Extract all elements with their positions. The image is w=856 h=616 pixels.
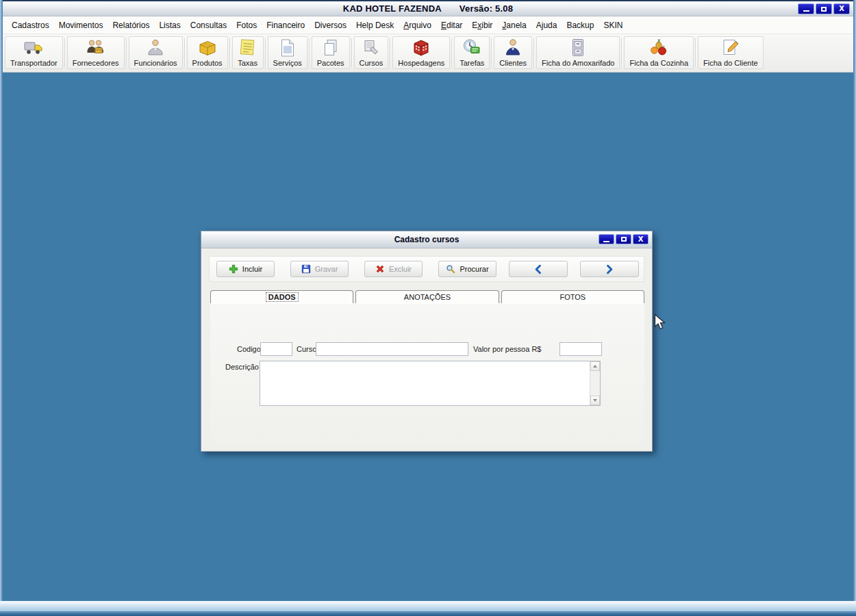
courses-icon [361,38,381,58]
dialog-minimize-button[interactable] [599,234,614,244]
next-record-button[interactable] [580,261,639,277]
toolbar-separator [390,38,391,67]
packages-icon [320,38,341,58]
tab-label: FOTOS [559,293,586,301]
minimize-button[interactable] [798,3,814,14]
toolbar-button-hospedagens[interactable]: Hospedagens [392,36,450,69]
procurar-button[interactable]: Procurar [438,261,496,277]
dialog-close-button[interactable]: X [633,234,649,244]
incluir-button[interactable]: Incluir [216,261,275,277]
toolbar-button-label: Produtos [192,59,223,67]
toolbar-button-label: Ficha do Amoxarifado [542,59,614,67]
products-box-icon [197,38,218,58]
menu-item-relatorios[interactable]: Relatórios [108,18,154,33]
dialog-tabs: DADOSANOTAÇÕESFOTOS [210,290,644,303]
scroll-up-button[interactable] [590,361,600,371]
descricao-scrollbar[interactable] [590,361,600,405]
menu-item-editar[interactable]: Editar [436,18,467,33]
toolbar-separator [451,38,453,67]
menu-item-cadastros[interactable]: Cadastros [7,18,54,33]
toolbar-button-ficha-do-amoxarifado[interactable]: Ficha do Amoxarifado [536,36,620,69]
menu-item-help-desk[interactable]: Help Desk [351,18,399,33]
button-label: Incluir [242,265,262,273]
menu-item-fotos[interactable]: Fotos [231,18,262,33]
menu-item-exibir[interactable]: Exibir [467,18,497,33]
chevron-right-icon [605,264,614,274]
tab-content-dados: Codigo Curso Valor por pessoa R$ Descriç… [210,303,644,445]
toolbar-separator [491,38,492,67]
toolbar-button-tarefas[interactable]: Tarefas [454,36,490,69]
menu-item-diversos[interactable]: Diversos [310,18,351,33]
tasks-clock-icon [462,38,482,58]
toolbar-separator [64,38,66,67]
toolbar-separator [229,38,231,67]
menu-item-backup[interactable]: Backup [562,18,599,33]
minimize-icon [603,241,609,242]
mdi-desktop: Cadastro cursos X IncluirGravarExcluirPr… [3,73,853,601]
cadastro-cursos-dialog: Cadastro cursos X IncluirGravarExcluirPr… [201,231,653,452]
tab-label: DADOS [266,293,298,301]
kitchen-fruits-icon [649,38,669,58]
scroll-down-button[interactable] [590,396,600,405]
button-label: Procurar [460,265,488,273]
app-version: Versão: 5.08 [460,3,513,14]
menu-item-movimentos[interactable]: Movimentos [54,18,108,33]
toolbar-button-ficha-da-cozinha[interactable]: Ficha da Cozinha [624,36,694,69]
tab-anotacoes[interactable]: ANOTAÇÕES [355,290,499,303]
suppliers-icon [86,38,106,58]
services-doc-icon [277,38,298,58]
menu-item-listas[interactable]: Listas [154,18,185,33]
toolbar-button-cursos[interactable]: Cursos [354,36,389,69]
toolbar-button-ficha-do-cliente[interactable]: Ficha do Cliente [698,36,764,69]
dialog-maximize-button[interactable] [616,234,631,244]
toolbar-button-label: Ficha da Cozinha [629,59,688,67]
menu-item-skin[interactable]: SKIN [599,18,627,33]
window-controls: X [798,3,850,14]
gravar-button: Gravar [290,261,349,277]
tab-dados[interactable]: DADOS [210,290,353,303]
valor-input[interactable] [559,342,602,356]
descricao-textarea[interactable] [260,361,590,405]
toolbar-button-transportador[interactable]: Transportador [5,36,63,69]
maximize-icon [621,237,627,242]
menu-item-arquivo[interactable]: Arquivo [399,18,436,33]
toolbar-separator [265,38,266,67]
lodging-building-icon [411,38,431,58]
curso-label: Curso [297,345,316,353]
menu-item-janela[interactable]: Janela [497,18,531,33]
menu-item-ajuda[interactable]: Ajuda [531,18,562,33]
toolbar-button-servicos[interactable]: Serviços [268,36,307,69]
toolbar-button-label: Serviços [273,59,302,67]
dialog-body: IncluirGravarExcluirProcurar DADOSANOTAÇ… [201,248,652,452]
button-label: Gravar [315,265,338,273]
close-icon: X [638,236,644,243]
toolbar-button-label: Clientes [499,59,527,67]
toolbar-button-produtos[interactable]: Produtos [187,36,228,69]
toolbar-button-pacotes[interactable]: Pacotes [312,36,350,69]
toolbar-separator [695,38,696,67]
button-label: Excluir [389,265,412,273]
window-frame-left [0,0,3,601]
curso-input[interactable] [316,342,468,356]
maximize-button[interactable] [816,3,832,14]
chevron-left-icon [533,264,543,274]
toolbar-button-label: Pacotes [317,59,344,67]
codigo-input[interactable] [260,342,292,356]
toolbar-button-clientes[interactable]: Clientes [494,36,532,69]
clients-person-icon [503,38,523,58]
menu-item-financeiro[interactable]: Financeiro [262,18,310,33]
toolbar-button-funcionarios[interactable]: Funcionários [129,36,183,69]
toolbar-button-label: Hospedagens [398,59,444,67]
tab-fotos[interactable]: FOTOS [501,290,644,303]
previous-record-button[interactable] [509,261,568,277]
maximize-icon [821,7,827,12]
toolbar-button-taxas[interactable]: Taxas [232,36,264,69]
toolbar-button-fornecedores[interactable]: Fornecedores [67,36,125,69]
menu-item-consultas[interactable]: Consultas [186,18,231,33]
toolbar-separator [533,38,535,67]
toolbar-button-label: Tarefas [460,59,484,67]
window-frame-bottom [0,601,856,616]
cabinet-icon [568,38,588,58]
close-button[interactable]: X [833,3,850,14]
dialog-toolbar: IncluirGravarExcluirProcurar [209,256,644,282]
